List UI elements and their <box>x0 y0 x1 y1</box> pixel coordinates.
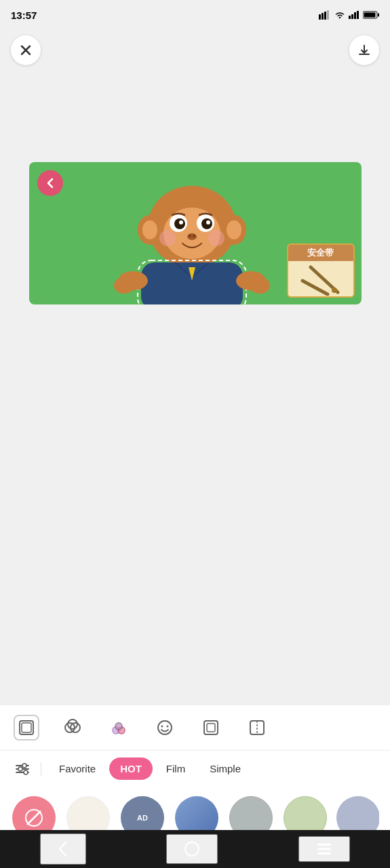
tab-favorite[interactable]: Favorite <box>48 757 106 780</box>
status-time: 13:57 <box>11 9 37 21</box>
more-tool-button[interactable] <box>244 715 270 741</box>
top-bar <box>0 30 390 71</box>
close-button[interactable] <box>11 35 41 65</box>
crop-tool-button[interactable] <box>14 715 39 741</box>
more-icon <box>248 719 266 736</box>
svg-rect-61 <box>317 844 331 846</box>
cellular-icon <box>349 11 359 19</box>
monkey-scene: 安全带 <box>29 162 362 304</box>
svg-point-57 <box>24 770 28 774</box>
frame-tool-button[interactable] <box>198 715 224 741</box>
sliders-icon <box>15 763 30 775</box>
svg-point-27 <box>193 235 195 237</box>
tab-hot[interactable]: HOT <box>109 757 153 780</box>
close-icon <box>20 45 31 56</box>
seatbelt-drawing <box>297 261 345 296</box>
download-button[interactable] <box>349 35 379 65</box>
svg-rect-50 <box>207 724 215 732</box>
svg-point-45 <box>115 723 122 730</box>
svg-rect-39 <box>22 723 31 732</box>
svg-rect-63 <box>317 852 331 854</box>
svg-point-23 <box>179 220 183 224</box>
svg-point-29 <box>208 230 225 246</box>
svg-point-46 <box>158 721 172 734</box>
nav-bar <box>0 830 390 868</box>
svg-point-48 <box>167 726 169 728</box>
battery-icon <box>363 11 379 19</box>
svg-point-37 <box>332 288 337 293</box>
sticker-icon <box>156 719 174 736</box>
svg-point-35 <box>250 277 270 294</box>
image-back-button[interactable] <box>37 170 63 196</box>
no-filter-icon <box>24 808 44 828</box>
nav-menu-button[interactable] <box>298 836 350 862</box>
svg-rect-6 <box>354 12 356 19</box>
svg-point-25 <box>187 233 197 240</box>
seatbelt-label: 安全带 <box>288 245 353 261</box>
svg-rect-3 <box>327 10 329 20</box>
signal-icon <box>319 10 331 20</box>
svg-rect-4 <box>349 16 351 19</box>
filter-tool-button[interactable] <box>60 715 85 741</box>
svg-line-59 <box>27 811 41 825</box>
svg-point-15 <box>142 220 157 239</box>
back-arrow-icon <box>43 176 57 190</box>
svg-point-60 <box>185 842 199 856</box>
status-icons <box>319 10 379 20</box>
tab-divider <box>41 762 41 776</box>
effects-icon <box>110 719 128 736</box>
seatbelt-card: 安全带 <box>287 243 355 298</box>
ad-badge: AD <box>137 814 148 822</box>
filter-icon <box>64 719 81 736</box>
effects-tool-button[interactable] <box>106 715 132 741</box>
svg-rect-0 <box>319 14 321 20</box>
crop-icon <box>18 719 35 736</box>
svg-rect-62 <box>317 848 331 850</box>
tab-film[interactable]: Film <box>155 757 196 780</box>
svg-rect-2 <box>324 12 326 20</box>
svg-rect-7 <box>357 11 359 19</box>
svg-rect-9 <box>378 14 379 17</box>
svg-point-26 <box>189 235 191 237</box>
nav-back-button[interactable] <box>40 833 86 865</box>
svg-point-34 <box>114 277 134 294</box>
status-bar: 13:57 <box>0 0 390 30</box>
svg-rect-49 <box>204 721 218 734</box>
wifi-icon <box>334 11 345 19</box>
tab-simple[interactable]: Simple <box>199 757 252 780</box>
svg-point-17 <box>227 220 241 239</box>
frame-icon <box>202 719 220 736</box>
svg-point-28 <box>159 230 176 246</box>
image-area: 安全带 <box>0 71 390 396</box>
svg-point-55 <box>22 764 26 768</box>
sticker-tool-button[interactable] <box>152 715 178 741</box>
tools-row <box>0 705 390 751</box>
filter-tabs: Favorite HOT Film Simple <box>0 751 390 787</box>
svg-point-24 <box>206 220 210 224</box>
nav-back-icon <box>58 840 69 858</box>
download-icon <box>358 44 370 56</box>
svg-point-56 <box>18 767 22 771</box>
svg-point-47 <box>161 726 163 728</box>
svg-rect-1 <box>321 13 324 20</box>
nav-home-button[interactable] <box>166 834 218 864</box>
nav-home-icon <box>184 841 200 857</box>
filter-settings-button[interactable] <box>11 760 34 778</box>
svg-rect-10 <box>364 13 376 18</box>
image-container: 安全带 <box>29 162 362 304</box>
svg-rect-5 <box>351 14 353 19</box>
nav-menu-icon <box>316 843 332 855</box>
